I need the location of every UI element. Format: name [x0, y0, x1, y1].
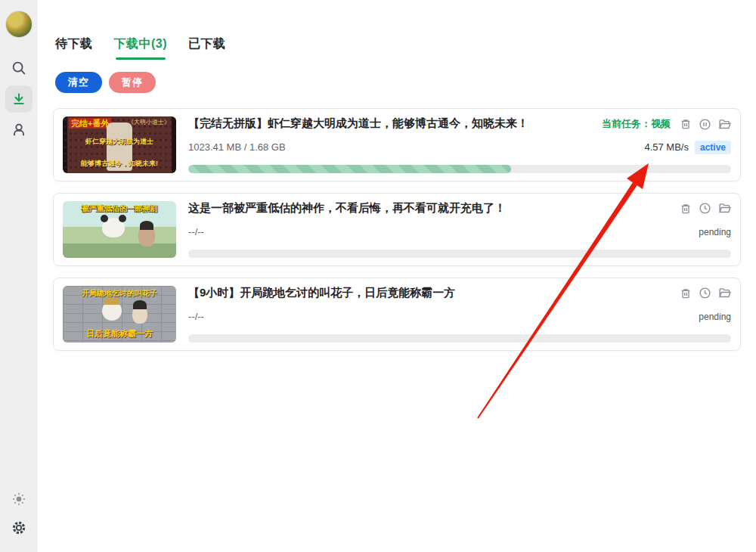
folder-icon[interactable]: [718, 202, 731, 215]
trash-icon[interactable]: [679, 287, 692, 299]
active-tab-underline: [116, 57, 166, 60]
theme-sun-icon: [11, 492, 26, 507]
download-title: 这是一部被严重低估的神作，不看后悔，再不看可就开充电了！: [188, 201, 506, 216]
main-content: 待下载 下载中(3) 已下载 清空 暂停 完结+番外 《大明小道士》 虾仁穿越大…: [38, 0, 756, 552]
thumb-character: [132, 304, 147, 324]
status-text: pending: [699, 312, 731, 322]
trash-icon[interactable]: [679, 118, 692, 131]
thumb-label: 开局跪地乞讨的叫花子: [63, 288, 176, 299]
pause-circle-icon[interactable]: [699, 118, 711, 131]
toolbar: 清空 暂停: [55, 72, 756, 93]
thumb-label: 完结+番外: [69, 118, 111, 129]
sidebar-item-search[interactable]: [5, 54, 33, 82]
clock-icon[interactable]: [699, 287, 711, 299]
thumb-label: 被严重低估的一部神剧: [63, 203, 176, 214]
tab-downloading-label: 下载中(3): [114, 37, 168, 50]
download-size: --/--: [188, 226, 204, 237]
thumb-label: 日后竟能称霸一方: [63, 328, 176, 340]
status-badge: active: [695, 141, 731, 154]
thumb-label: 能够博古通今，知晓未来!: [63, 159, 176, 169]
folder-icon[interactable]: [718, 118, 731, 131]
progress-bar: [188, 165, 731, 173]
current-task-label: 当前任务：视频: [602, 117, 671, 131]
tab-downloaded[interactable]: 已下载: [188, 36, 226, 60]
download-speed: 4.57 MB/s: [644, 141, 689, 153]
download-card: 开局跪地乞讨的叫花子 日后竟能称霸一方 【9小时】开局跪地乞讨的叫花子，日后竟能…: [53, 278, 741, 351]
gear-icon: [11, 519, 27, 536]
download-title: 【9小时】开局跪地乞讨的叫花子，日后竟能称霸一方: [188, 286, 455, 300]
search-icon: [11, 60, 27, 76]
progress-bar: [188, 250, 731, 258]
thumb-character: [138, 224, 155, 247]
progress-fill: [188, 165, 511, 173]
download-list: 完结+番外 《大明小道士》 虾仁穿越大明成为道士 能够博古通今，知晓未来! 【完…: [53, 108, 741, 351]
sidebar-item-profile[interactable]: [5, 116, 33, 144]
user-avatar[interactable]: [5, 11, 33, 38]
video-thumbnail[interactable]: 被严重低估的一部神剧: [63, 201, 176, 258]
download-size: 1023.41 MB / 1.68 GB: [188, 141, 286, 153]
tab-pending-download[interactable]: 待下载: [55, 36, 93, 60]
download-size: --/--: [188, 311, 204, 322]
clock-icon[interactable]: [699, 202, 711, 215]
download-card: 被严重低估的一部神剧 这是一部被严重低估的神作，不看后悔，再不看可就开充电了！: [53, 193, 741, 266]
thumb-character: [102, 301, 122, 321]
sidebar-item-theme[interactable]: [5, 485, 33, 513]
sidebar-item-settings[interactable]: [5, 514, 33, 541]
thumb-label: 虾仁穿越大明成为道士: [63, 137, 176, 147]
folder-icon[interactable]: [718, 287, 731, 299]
sidebar-item-downloads[interactable]: [5, 85, 33, 113]
thumb-label: 《大明小道士》: [128, 118, 170, 126]
video-thumbnail[interactable]: 完结+番外 《大明小道士》 虾仁穿越大明成为道士 能够博古通今，知晓未来!: [63, 116, 176, 173]
trash-icon[interactable]: [679, 202, 692, 215]
clear-button[interactable]: 清空: [55, 72, 102, 93]
tab-downloading[interactable]: 下载中(3): [114, 36, 168, 60]
pause-all-button[interactable]: 暂停: [109, 72, 156, 93]
user-icon: [11, 122, 27, 138]
download-icon: [11, 91, 27, 107]
app-window: 待下载 下载中(3) 已下载 清空 暂停 完结+番外 《大明小道士》 虾仁穿越大…: [0, 0, 756, 552]
download-title: 【完结无拼版】虾仁穿越大明成为道士，能够博古通今，知晓未来！: [188, 116, 528, 131]
tab-bar: 待下载 下载中(3) 已下载: [55, 36, 756, 60]
video-thumbnail[interactable]: 开局跪地乞讨的叫花子 日后竟能称霸一方: [63, 286, 176, 343]
download-card: 完结+番外 《大明小道士》 虾仁穿越大明成为道士 能够博古通今，知晓未来! 【完…: [53, 108, 741, 181]
thumb-character: [102, 218, 125, 237]
sidebar: [0, 0, 38, 552]
progress-bar: [188, 334, 731, 343]
status-text: pending: [699, 227, 731, 237]
